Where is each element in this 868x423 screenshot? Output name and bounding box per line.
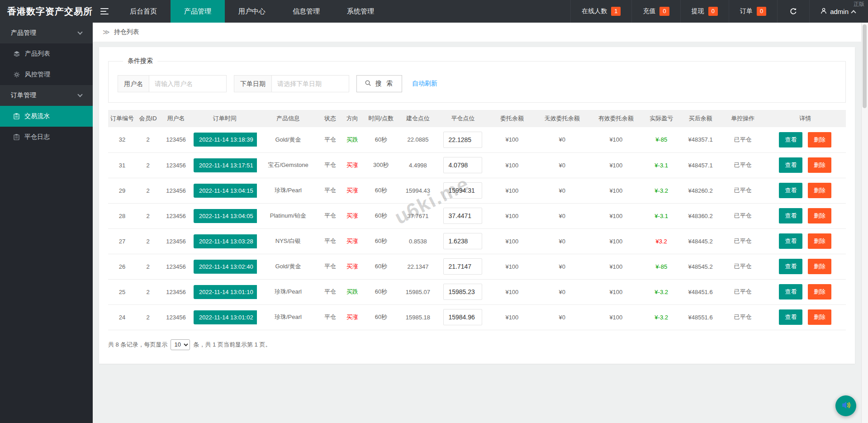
delete-button[interactable]: 删除 xyxy=(808,208,831,223)
search-button[interactable]: 搜 索 xyxy=(356,75,402,92)
view-button[interactable]: 查看 xyxy=(779,157,802,173)
hamburger-icon[interactable] xyxy=(93,0,116,23)
stat-orders-badge: 0 xyxy=(757,7,766,16)
cell-open-point: 0.8538 xyxy=(399,228,437,254)
view-button[interactable]: 查看 xyxy=(779,233,802,249)
direction-label: 买涨 xyxy=(346,263,358,270)
order-time-badge[interactable]: 2022-11-14 13:04:15 xyxy=(194,184,257,198)
close-point-input[interactable] xyxy=(443,132,482,148)
nav-item-home[interactable]: 后台首页 xyxy=(116,0,171,23)
close-point-input[interactable] xyxy=(443,182,482,199)
order-time-badge[interactable]: 2022-11-14 13:01:10 xyxy=(194,285,257,299)
cell-control-status: 已平仓 xyxy=(721,228,764,254)
cell-close-point xyxy=(437,304,489,330)
delete-button[interactable]: 删除 xyxy=(808,132,831,147)
cell-invalid-entrust: ¥0 xyxy=(535,228,589,254)
sidebar-item-product-list[interactable]: 产品列表 xyxy=(0,43,93,64)
view-button[interactable]: 查看 xyxy=(779,309,802,325)
view-button[interactable]: 查看 xyxy=(779,183,802,198)
order-time-badge[interactable]: 2022-11-14 13:04:05 xyxy=(194,209,257,223)
order-date-input[interactable] xyxy=(271,75,349,92)
stat-withdraw-label: 提现 xyxy=(692,7,704,15)
cell-product: 珍珠/Pearl xyxy=(257,279,319,304)
cell-username: 123456 xyxy=(160,279,192,304)
nav-item-users[interactable]: 用户中心 xyxy=(225,0,279,23)
cell-valid-entrust: ¥100 xyxy=(589,228,643,254)
page-size-select[interactable]: 10 xyxy=(171,339,190,350)
view-button[interactable]: 查看 xyxy=(779,259,802,274)
cell-direction: 买涨 xyxy=(341,304,363,330)
scrollbar-thumb[interactable] xyxy=(863,24,867,108)
stat-recharge[interactable]: 充值 0 xyxy=(631,0,680,23)
delete-button[interactable]: 删除 xyxy=(808,183,831,198)
cell-close-point xyxy=(437,127,489,152)
sidebar-section-orders[interactable]: 订单管理 xyxy=(0,85,93,106)
order-time-badge[interactable]: 2022-11-14 13:03:28 xyxy=(194,234,257,248)
delete-button[interactable]: 删除 xyxy=(808,233,831,249)
delete-button[interactable]: 删除 xyxy=(808,259,831,274)
stat-orders[interactable]: 订单 0 xyxy=(729,0,777,23)
cell-after-balance: ¥48457.1 xyxy=(680,152,721,178)
cell-order-time: 2022-11-14 13:04:15 xyxy=(192,178,257,203)
search-panel-legend: 条件搜索 xyxy=(123,57,157,65)
table-row: 32 2 123456 2022-11-14 13:18:39 Gold/黄金 … xyxy=(108,127,846,152)
cell-detail: 查看 删除 xyxy=(764,152,846,178)
nav-item-system[interactable]: 系统管理 xyxy=(333,0,388,23)
view-button[interactable]: 查看 xyxy=(779,132,802,147)
order-date-group: 下单日期 xyxy=(234,75,349,92)
order-time-badge[interactable]: 2022-11-14 13:01:02 xyxy=(194,310,257,324)
order-time-badge[interactable]: 2022-11-14 13:02:40 xyxy=(194,260,257,274)
sidebar-section-orders-label: 订单管理 xyxy=(11,91,36,100)
close-point-input[interactable] xyxy=(443,284,482,300)
cell-actual-profit: ¥-85 xyxy=(643,254,680,279)
sidebar-item-label: 交易流水 xyxy=(24,112,50,120)
close-point-input[interactable] xyxy=(443,309,482,325)
delete-button[interactable]: 删除 xyxy=(808,309,831,325)
sidebar-item-trade-flow[interactable]: 交易流水 xyxy=(0,106,93,127)
delete-button[interactable]: 删除 xyxy=(808,157,831,173)
stat-online-badge: 1 xyxy=(611,7,621,16)
cell-invalid-entrust: ¥0 xyxy=(535,203,589,228)
cell-control-status: 已平仓 xyxy=(721,254,764,279)
direction-label: 买涨 xyxy=(346,187,358,194)
table-row: 31 2 123456 2022-11-14 13:17:51 宝石/Gemst… xyxy=(108,152,846,178)
cell-open-point: 15985.07 xyxy=(399,279,437,304)
nav-item-products[interactable]: 产品管理 xyxy=(171,0,225,23)
refresh-icon[interactable] xyxy=(777,0,809,23)
col-order-id: 订单编号 xyxy=(108,110,136,127)
view-button[interactable]: 查看 xyxy=(779,208,802,223)
cell-duration: 60秒 xyxy=(363,228,398,254)
username-input[interactable] xyxy=(149,75,227,92)
cell-after-balance: ¥48445.2 xyxy=(680,228,721,254)
cell-open-point: 4.4998 xyxy=(399,152,437,178)
sidebar-section-products[interactable]: 产品管理 xyxy=(0,23,93,43)
sidebar-item-risk-control[interactable]: 风控管理 xyxy=(0,64,93,85)
order-time-badge[interactable]: 2022-11-14 13:17:51 xyxy=(194,158,257,172)
cell-actual-profit: ¥-3.1 xyxy=(643,203,680,228)
close-point-input[interactable] xyxy=(443,157,482,173)
profit-label: ¥-3.2 xyxy=(655,187,668,194)
close-point-input[interactable] xyxy=(443,258,482,275)
sidebar-item-close-log[interactable]: 平仓日志 xyxy=(0,127,93,147)
cell-entrust-balance: ¥100 xyxy=(489,304,536,330)
stat-withdraw[interactable]: 提现 0 xyxy=(680,0,729,23)
delete-button[interactable]: 删除 xyxy=(808,284,831,299)
username-label: admin xyxy=(830,8,849,15)
close-point-input[interactable] xyxy=(443,233,482,249)
cell-status: 平仓 xyxy=(319,127,341,152)
cell-after-balance: ¥48357.1 xyxy=(680,127,721,152)
page-scrollbar[interactable] xyxy=(861,23,868,423)
auto-refresh-link[interactable]: 自动刷新 xyxy=(412,80,437,88)
cell-invalid-entrust: ¥0 xyxy=(535,127,589,152)
username-group: 用户名 xyxy=(118,75,227,92)
order-time-badge[interactable]: 2022-11-14 13:18:39 xyxy=(194,133,257,147)
view-button[interactable]: 查看 xyxy=(779,284,802,299)
close-point-input[interactable] xyxy=(443,208,482,224)
cell-invalid-entrust: ¥0 xyxy=(535,178,589,203)
cell-entrust-balance: ¥100 xyxy=(489,203,536,228)
cell-close-point xyxy=(437,178,489,203)
profit-label: ¥-85 xyxy=(655,136,667,143)
sound-toggle-button[interactable] xyxy=(835,395,856,416)
nav-item-info[interactable]: 信息管理 xyxy=(279,0,333,23)
stat-online-users[interactable]: 在线人数 1 xyxy=(570,0,631,23)
